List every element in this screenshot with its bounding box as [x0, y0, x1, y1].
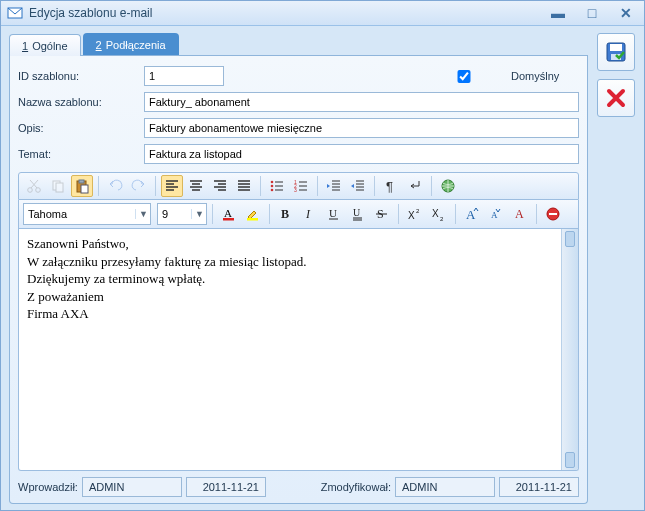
highlight-color-icon[interactable]	[242, 203, 264, 225]
svg-text:X: X	[408, 210, 415, 221]
paragraph-icon[interactable]: ¶	[380, 175, 402, 197]
save-button[interactable]	[597, 33, 635, 71]
svg-point-8	[271, 181, 274, 184]
align-center-icon[interactable]	[185, 175, 207, 197]
subscript-icon[interactable]: X2	[428, 203, 450, 225]
undo-icon[interactable]	[104, 175, 126, 197]
chevron-down-icon: ▼	[135, 209, 148, 219]
bullet-list-icon[interactable]	[266, 175, 288, 197]
editor-toolbar-1: 123 ¶	[18, 172, 579, 200]
outdent-icon[interactable]	[323, 175, 345, 197]
svg-text:A: A	[224, 207, 232, 219]
editor-toolbar-2: Tahoma▼ 9▼ A B I U U S	[18, 200, 579, 229]
tab-connections[interactable]: 2 Podłączenia	[83, 33, 179, 55]
id-label: ID szablonu:	[18, 70, 138, 82]
tab-general[interactable]: 1 Ogólne	[9, 34, 81, 56]
name-label: Nazwa szablonu:	[18, 96, 138, 108]
bold-icon[interactable]: B	[275, 203, 297, 225]
editor-body[interactable]: Szanowni Państwo, W załączniku przesyłam…	[18, 229, 579, 471]
copy-icon[interactable]	[47, 175, 69, 197]
chevron-down-icon: ▼	[191, 209, 204, 219]
align-justify-icon[interactable]	[233, 175, 255, 197]
created-date: 2011-11-21	[186, 477, 266, 497]
form: ID szablonu: Domyślny Nazwa szablonu: Op…	[18, 66, 579, 164]
superscript-icon[interactable]: X2	[404, 203, 426, 225]
window: Edycja szablonu e-mail ▬ □ ✕ 1 Ogólne 2 …	[0, 0, 645, 511]
vertical-scrollbar[interactable]	[561, 229, 578, 470]
svg-text:B: B	[281, 207, 289, 221]
svg-text:X: X	[432, 208, 439, 219]
font-dialog-icon[interactable]: A	[509, 203, 531, 225]
svg-point-2	[36, 188, 41, 193]
svg-text:A: A	[491, 210, 498, 220]
svg-rect-18	[247, 218, 258, 221]
created-by-label: Wprowadził:	[18, 481, 78, 493]
id-field[interactable]	[144, 66, 224, 86]
default-label: Domyślny	[511, 70, 559, 82]
app-icon	[7, 5, 23, 21]
font-family-select[interactable]: Tahoma▼	[23, 203, 151, 225]
svg-text:U: U	[329, 207, 337, 219]
maximize-button[interactable]: □	[580, 5, 604, 21]
align-right-icon[interactable]	[209, 175, 231, 197]
font-color-icon[interactable]: A	[218, 203, 240, 225]
subject-label: Temat:	[18, 148, 138, 160]
paste-icon[interactable]	[71, 175, 93, 197]
title-bar: Edycja szablonu e-mail ▬ □ ✕	[1, 1, 644, 26]
default-checkbox[interactable]	[424, 70, 504, 83]
italic-icon[interactable]: I	[299, 203, 321, 225]
svg-rect-7	[81, 185, 88, 193]
audit-footer: Wprowadził: ADMIN 2011-11-21 Zmodyfikowa…	[18, 477, 579, 497]
side-toolbar	[596, 33, 636, 504]
subject-field[interactable]	[144, 144, 579, 164]
desc-field[interactable]	[144, 118, 579, 138]
svg-rect-36	[549, 213, 557, 215]
svg-point-1	[28, 188, 33, 193]
default-checkbox-wrap[interactable]: Domyślny	[420, 67, 559, 86]
underline-icon[interactable]: U	[323, 203, 345, 225]
cut-icon[interactable]	[23, 175, 45, 197]
clear-formatting-icon[interactable]	[542, 203, 564, 225]
svg-text:A: A	[515, 207, 524, 221]
grow-font-icon[interactable]: A	[461, 203, 483, 225]
number-list-icon[interactable]: 123	[290, 175, 312, 197]
window-title: Edycja szablonu e-mail	[29, 6, 546, 20]
line-break-icon[interactable]	[404, 175, 426, 197]
svg-text:¶: ¶	[386, 179, 393, 194]
minimize-button[interactable]: ▬	[546, 5, 570, 21]
tab-strip: 1 Ogólne 2 Podłączenia	[9, 33, 588, 56]
cancel-button[interactable]	[597, 79, 635, 117]
tab-panel-general: ID szablonu: Domyślny Nazwa szablonu: Op…	[9, 56, 588, 504]
svg-rect-6	[79, 180, 84, 183]
shrink-font-icon[interactable]: A	[485, 203, 507, 225]
align-left-icon[interactable]	[161, 175, 183, 197]
created-by-user: ADMIN	[82, 477, 182, 497]
svg-rect-4	[56, 183, 63, 192]
modified-by-label: Zmodyfikował:	[321, 481, 391, 493]
svg-text:U: U	[353, 207, 361, 218]
close-button[interactable]: ✕	[614, 5, 638, 21]
svg-text:A: A	[466, 207, 476, 222]
modified-by-user: ADMIN	[395, 477, 495, 497]
svg-text:I: I	[305, 207, 311, 221]
strikethrough-icon[interactable]: S	[371, 203, 393, 225]
modified-date: 2011-11-21	[499, 477, 579, 497]
svg-text:2: 2	[440, 216, 444, 222]
svg-rect-17	[223, 218, 234, 221]
svg-point-9	[271, 185, 274, 188]
svg-point-10	[271, 189, 274, 192]
name-field[interactable]	[144, 92, 579, 112]
svg-rect-38	[610, 44, 622, 51]
hyperlink-icon[interactable]	[437, 175, 459, 197]
desc-label: Opis:	[18, 122, 138, 134]
double-underline-icon[interactable]: U	[347, 203, 369, 225]
font-size-select[interactable]: 9▼	[157, 203, 207, 225]
svg-text:3: 3	[294, 187, 297, 193]
indent-icon[interactable]	[347, 175, 369, 197]
redo-icon[interactable]	[128, 175, 150, 197]
editor-content[interactable]: Szanowni Państwo, W załączniku przesyłam…	[19, 229, 561, 470]
svg-text:2: 2	[416, 208, 420, 214]
